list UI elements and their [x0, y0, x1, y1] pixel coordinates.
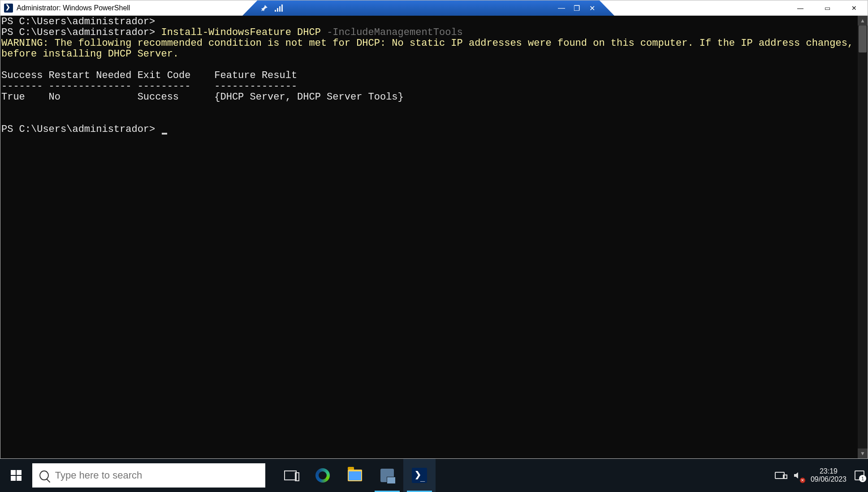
- taskbar-search[interactable]: [32, 463, 265, 488]
- cursor: [162, 133, 167, 135]
- edge-icon: [315, 468, 330, 483]
- outer-close-button[interactable]: ✕: [841, 0, 868, 16]
- prompt-line: PS C:\Users\administrador>: [1, 124, 161, 135]
- notification-badge: 1: [859, 475, 866, 482]
- powershell-app[interactable]: [403, 459, 436, 492]
- console-scrollbar[interactable]: ▲ ▼: [858, 16, 868, 458]
- task-view-button[interactable]: [274, 459, 307, 492]
- svg-rect-3: [281, 4, 283, 12]
- table-header: Success Restart Needed Exit Code Feature…: [1, 70, 297, 81]
- start-button[interactable]: [0, 459, 32, 492]
- console-area: PS C:\Users\administrador> PS C:\Users\a…: [0, 16, 868, 458]
- search-input[interactable]: [55, 470, 265, 481]
- folder-icon: [348, 470, 362, 481]
- powershell-taskbar-icon: [412, 468, 427, 483]
- scroll-up-button[interactable]: ▲: [858, 16, 868, 26]
- scroll-down-button[interactable]: ▼: [858, 448, 868, 458]
- vm-close-button[interactable]: ✕: [587, 4, 596, 13]
- clock-date: 09/06/2023: [811, 475, 846, 483]
- svg-rect-1: [277, 8, 278, 12]
- outer-maximize-button[interactable]: ▭: [814, 0, 841, 16]
- prompt-line: PS C:\Users\administrador>: [1, 16, 155, 27]
- scroll-thumb[interactable]: [859, 26, 867, 52]
- volume-muted-icon[interactable]: [793, 470, 803, 480]
- powershell-icon: [4, 4, 13, 13]
- screenshot-root: Administrator: Windows PowerShell — ❐ ✕: [0, 0, 868, 492]
- notification-icon: 1: [855, 470, 864, 480]
- scroll-track[interactable]: [858, 26, 868, 448]
- vm-restore-button[interactable]: ❐: [572, 4, 581, 13]
- vm-minimize-button[interactable]: —: [557, 4, 566, 13]
- table-divider: ------- -------------- --------- -------…: [1, 81, 297, 92]
- action-center-button[interactable]: 1: [855, 470, 864, 480]
- tray-clock[interactable]: 23:19 09/06/2023: [811, 467, 846, 483]
- outer-titlebar[interactable]: Administrator: Windows PowerShell — ❐ ✕: [0, 0, 868, 16]
- console-output[interactable]: PS C:\Users\administrador> PS C:\Users\a…: [0, 16, 858, 458]
- prompt-line: PS C:\Users\administrador>: [1, 27, 161, 38]
- outer-minimize-button[interactable]: —: [787, 0, 814, 16]
- system-tray: 23:19 09/06/2023 1: [775, 459, 868, 492]
- windows-logo-icon: [11, 470, 22, 481]
- svg-rect-2: [279, 6, 281, 12]
- warning-line: before installing DHCP Server.: [1, 48, 179, 60]
- edge-app[interactable]: [307, 459, 339, 492]
- svg-rect-0: [275, 10, 276, 12]
- file-explorer-app[interactable]: [339, 459, 371, 492]
- task-view-icon: [284, 470, 297, 480]
- warning-line: WARNING: The following recommended condi…: [1, 38, 858, 49]
- table-row: True No Success {DHCP Server, DHCP Serve…: [1, 91, 404, 103]
- network-icon[interactable]: [775, 470, 785, 480]
- clock-time: 23:19: [811, 467, 846, 475]
- window-title: Administrator: Windows PowerShell: [17, 4, 130, 12]
- search-icon: [39, 470, 49, 480]
- server-manager-app[interactable]: [371, 459, 403, 492]
- powershell-window: Administrator: Windows PowerShell — ❐ ✕: [0, 0, 868, 459]
- command-param: -IncludeManagementTools: [327, 27, 463, 38]
- taskbar-apps: [274, 459, 436, 492]
- signal-icon: [275, 4, 283, 12]
- pin-icon[interactable]: [260, 4, 268, 12]
- vm-connection-bar[interactable]: — ❐ ✕: [242, 0, 614, 16]
- taskbar: 23:19 09/06/2023 1: [0, 459, 868, 492]
- server-manager-icon: [380, 469, 394, 482]
- command-token: Install-WindowsFeature: [161, 27, 291, 38]
- command-arg: DHCP: [291, 27, 327, 38]
